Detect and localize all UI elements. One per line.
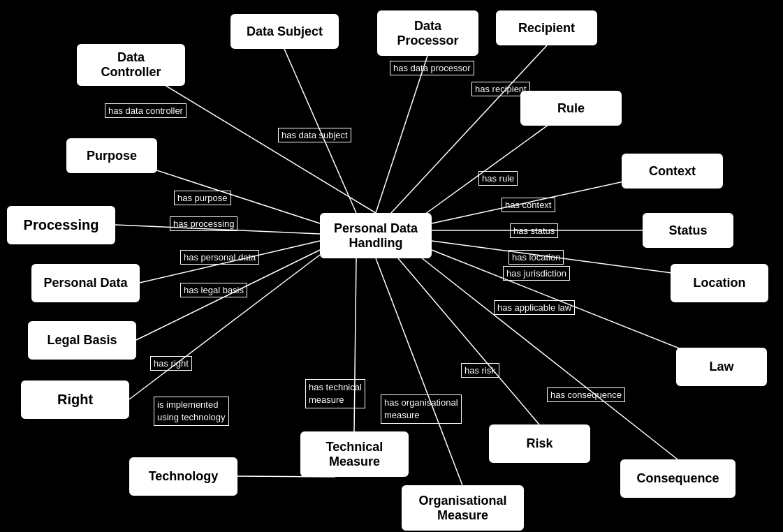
node-right: Right [21, 380, 129, 419]
label-has-organisational-measure: has organisationalmeasure [381, 394, 462, 424]
label-has-consequence: has consequence [547, 387, 625, 402]
node-organisational-measure: OrganisationalMeasure [402, 485, 524, 531]
label-has-personal-data: has personal data [180, 250, 259, 265]
node-technical-measure: TechnicalMeasure [300, 431, 409, 477]
label-has-legal-basis: has legal basis [180, 283, 247, 297]
svg-line-13 [129, 255, 320, 399]
node-recipient: Recipient [496, 10, 597, 45]
label-has-recipient: has recipient [471, 82, 530, 96]
node-law: Law [676, 348, 767, 386]
node-technology: Technology [129, 457, 237, 496]
label-has-data-subject: has data subject [278, 128, 351, 142]
node-legal-basis: Legal Basis [28, 321, 136, 360]
label-has-processing: has processing [170, 216, 237, 231]
node-processing: Processing [7, 206, 115, 244]
svg-line-2 [376, 56, 427, 213]
label-has-applicable-law: has applicable law [494, 300, 575, 315]
label-has-status: has status [510, 223, 558, 238]
node-risk: Risk [489, 424, 590, 463]
label-has-data-processor: has data processor [390, 61, 474, 75]
node-context: Context [622, 154, 723, 189]
label-has-risk: has risk [461, 363, 499, 378]
label-has-jurisdiction: has jurisdiction [503, 266, 570, 281]
label-has-purpose: has purpose [174, 191, 231, 205]
label-has-context: has context [502, 198, 555, 212]
node-data-processor: DataProcessor [377, 10, 478, 56]
label-has-location: has location [508, 250, 564, 265]
node-data-subject: Data Subject [230, 14, 339, 49]
node-data-controller: DataController [77, 44, 185, 86]
node-rule: Rule [520, 91, 622, 126]
node-status: Status [643, 213, 733, 248]
label-has-data-controller: has data controller [105, 103, 186, 118]
label-has-technical-measure: has technicalmeasure [305, 379, 365, 408]
node-personal-data: Personal Data [31, 264, 140, 302]
node-location: Location [671, 264, 768, 302]
label-implemented-using-technology: is implementedusing technology [154, 397, 229, 426]
label-has-right: has right [150, 356, 192, 371]
node-consequence: Consequence [620, 459, 736, 498]
node-purpose: Purpose [66, 138, 157, 173]
node-personal-data-handling: Personal DataHandling [320, 213, 432, 258]
label-has-rule: has rule [478, 171, 518, 186]
